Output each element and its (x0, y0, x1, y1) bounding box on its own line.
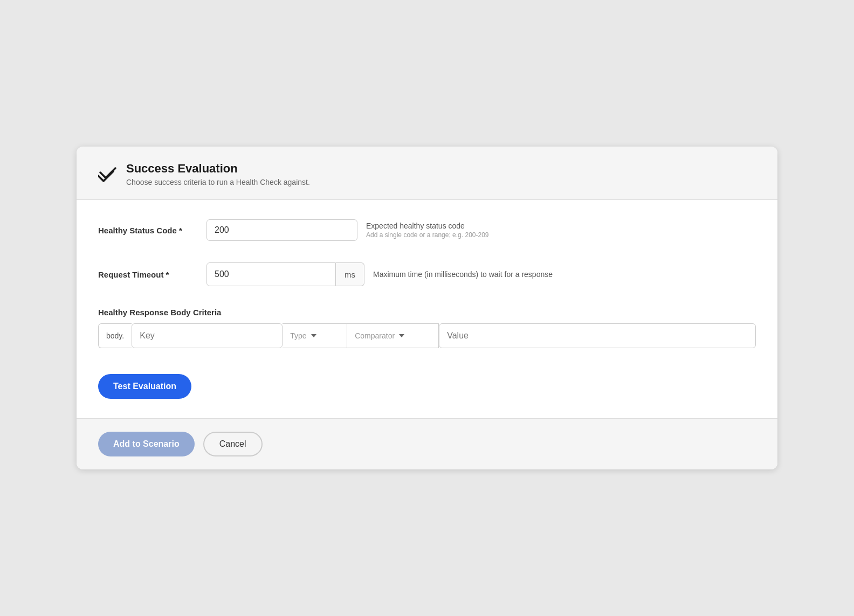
page-subtitle: Choose success criteria to run a Health … (126, 178, 310, 186)
test-evaluation-button[interactable]: Test Evaluation (98, 374, 191, 399)
timeout-group: ms (206, 262, 364, 286)
page-title: Success Evaluation (126, 162, 310, 176)
healthy-status-code-label: Healthy Status Code * (98, 226, 198, 235)
healthy-status-code-input[interactable] (206, 219, 357, 241)
add-to-scenario-button[interactable]: Add to Scenario (98, 432, 195, 456)
type-chevron-icon (311, 334, 316, 337)
healthy-status-code-row: Healthy Status Code * Expected healthy s… (98, 219, 756, 241)
body-criteria-label: Healthy Response Body Criteria (98, 308, 756, 317)
header-section: Success Evaluation Choose success criter… (77, 147, 777, 200)
cancel-button[interactable]: Cancel (203, 432, 263, 456)
body-criteria-row: body. Type Comparator (98, 323, 756, 348)
double-checkmark-icon (98, 164, 118, 183)
ms-unit-badge: ms (336, 262, 364, 286)
key-input[interactable] (132, 323, 283, 348)
comparator-dropdown[interactable]: Comparator (347, 323, 439, 348)
header-text: Success Evaluation Choose success criter… (126, 162, 310, 186)
comparator-chevron-icon (399, 334, 404, 337)
body-prefix: body. (98, 323, 132, 348)
healthy-status-code-helper: Expected healthy status code Add a singl… (366, 222, 489, 239)
modal-container: Success Evaluation Choose success criter… (77, 147, 777, 469)
helper-sub: Add a single code or a range; e.g. 200-2… (366, 231, 489, 239)
main-content: Healthy Status Code * Expected healthy s… (77, 200, 777, 419)
helper-title: Expected healthy status code (366, 222, 489, 230)
value-input[interactable] (439, 323, 756, 348)
type-placeholder: Type (290, 331, 306, 340)
footer-section: Add to Scenario Cancel (77, 419, 777, 469)
body-criteria-section: Healthy Response Body Criteria body. Typ… (98, 308, 756, 348)
request-timeout-row: Request Timeout * ms Maximum time (in mi… (98, 262, 756, 286)
comparator-placeholder: Comparator (355, 331, 395, 340)
type-dropdown[interactable]: Type (283, 323, 347, 348)
request-timeout-input[interactable] (206, 262, 336, 286)
request-timeout-label: Request Timeout * (98, 270, 198, 279)
timeout-helper: Maximum time (in milliseconds) to wait f… (373, 270, 553, 279)
